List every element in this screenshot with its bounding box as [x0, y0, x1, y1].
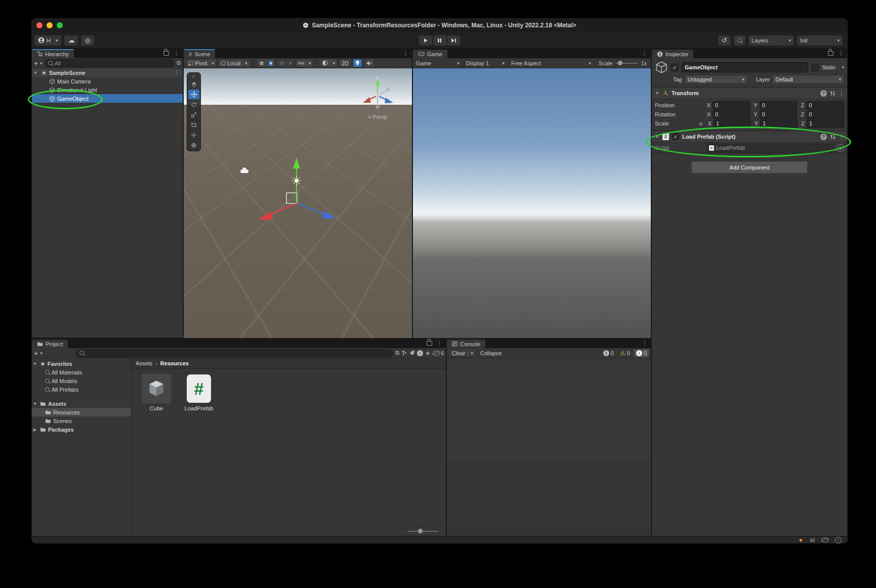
- tree-item-gameobject-selected[interactable]: GameObject: [32, 94, 183, 103]
- enabled-checkbox[interactable]: ✓: [672, 133, 679, 140]
- panel-menu-icon[interactable]: ⋮: [642, 50, 647, 57]
- layers-dropdown[interactable]: Layers ▾: [748, 35, 794, 46]
- hierarchy-search-input[interactable]: All: [45, 59, 175, 67]
- asset-cube[interactable]: Cube: [139, 374, 174, 411]
- console-message-icon[interactable]: ✉: [810, 537, 815, 544]
- scene-viewport[interactable]: ≡: [184, 68, 412, 339]
- lock-icon[interactable]: [828, 51, 833, 56]
- info-filter-badge[interactable]: ! 0: [601, 349, 616, 357]
- scale-z-field[interactable]: 1: [807, 119, 844, 128]
- tree-favorites[interactable]: ▼ ★ Favorites: [32, 359, 131, 368]
- panel-menu-icon[interactable]: ⋮: [403, 50, 408, 57]
- rotation-y-field[interactable]: 0: [760, 110, 798, 119]
- position-x-field[interactable]: 0: [713, 101, 750, 110]
- error-filter-badge[interactable]: ! 0: [634, 349, 649, 357]
- script-object-field[interactable]: # LoadPrefab: [706, 144, 833, 152]
- chevron-down-icon[interactable]: ▾: [40, 351, 43, 356]
- account-button[interactable]: H ▾: [34, 35, 61, 46]
- search-by-type-icon[interactable]: [401, 350, 407, 356]
- tree-all-materials[interactable]: All Materials: [32, 368, 131, 376]
- tab-hierarchy[interactable]: Hierarchy: [32, 50, 74, 58]
- tree-scenes[interactable]: Scenes: [32, 416, 131, 425]
- asset-loadprefab-script[interactable]: # LoadPrefab: [181, 374, 217, 411]
- services-button[interactable]: ◎: [81, 35, 94, 46]
- open-in-new-icon[interactable]: ⧉: [395, 350, 399, 356]
- layer-dropdown[interactable]: Default▾: [772, 75, 844, 84]
- scale-y-field[interactable]: 1: [760, 119, 798, 128]
- panel-menu-icon[interactable]: ⋮: [437, 340, 442, 347]
- help-icon[interactable]: ?: [820, 134, 827, 140]
- add-component-button[interactable]: Add Component: [691, 161, 808, 174]
- custom-tool[interactable]: [188, 140, 199, 150]
- scale-tool[interactable]: [188, 110, 199, 119]
- global-search-button[interactable]: [734, 35, 745, 46]
- create-button[interactable]: +: [34, 59, 38, 67]
- hidden-packages-toggle[interactable]: 6: [433, 350, 444, 356]
- panel-menu-icon[interactable]: ⋮: [838, 50, 844, 57]
- transform-header[interactable]: ▼ Transform ? ⋮: [652, 88, 847, 99]
- view-hand-tool[interactable]: [188, 79, 199, 89]
- layout-dropdown[interactable]: Init ▾: [797, 35, 843, 46]
- rotation-x-field[interactable]: 0: [713, 110, 750, 119]
- move-gizmo[interactable]: [243, 149, 355, 230]
- lock-icon[interactable]: [427, 341, 432, 346]
- component-menu-icon[interactable]: ⋮: [839, 134, 844, 140]
- link-scale-icon[interactable]: ⌀: [697, 120, 704, 127]
- tab-project[interactable]: Project: [32, 340, 68, 348]
- palette-drag-handle[interactable]: ≡: [192, 74, 195, 79]
- tree-assets[interactable]: ▼ Assets: [32, 399, 131, 408]
- tree-item-main-camera[interactable]: Main Camera: [32, 77, 183, 86]
- tree-packages[interactable]: ▶ Packages: [32, 425, 131, 434]
- play-button[interactable]: [419, 35, 432, 46]
- local-toggle[interactable]: Local▾: [218, 59, 250, 67]
- help-icon[interactable]: ?: [820, 90, 827, 97]
- load-prefab-header[interactable]: ▼ # ✓ Load Prefab (Script) ? ⋮: [652, 131, 847, 143]
- foldout-icon[interactable]: ▼: [32, 70, 39, 75]
- minimize-button[interactable]: [47, 22, 53, 28]
- rect-tool[interactable]: [188, 120, 199, 130]
- lock-icon[interactable]: [163, 51, 169, 56]
- foldout-icon[interactable]: ▼: [655, 91, 659, 96]
- static-dropdown-icon[interactable]: ▾: [842, 65, 844, 70]
- step-button[interactable]: [447, 35, 461, 46]
- display-number-dropdown[interactable]: Display 1▾: [463, 58, 508, 68]
- display-target-dropdown[interactable]: Game▾: [413, 58, 463, 68]
- maximize-button[interactable]: [57, 22, 63, 28]
- collapse-button[interactable]: Collapse: [478, 350, 504, 356]
- create-button[interactable]: +: [34, 349, 38, 357]
- tree-all-prefabs[interactable]: All Prefabs: [32, 385, 131, 394]
- rotation-z-field[interactable]: 0: [806, 110, 844, 119]
- orientation-gizmo[interactable]: y < Persp: [354, 73, 401, 120]
- scale-x-field[interactable]: 1: [714, 119, 751, 128]
- pause-button[interactable]: [433, 35, 446, 46]
- presets-icon[interactable]: [830, 91, 836, 96]
- chevron-down-icon[interactable]: ▾: [40, 61, 43, 66]
- console-log-area[interactable]: [447, 358, 651, 536]
- position-y-field[interactable]: 0: [760, 101, 798, 110]
- grid-snap-menu[interactable]: ▾: [269, 61, 273, 66]
- close-button[interactable]: [36, 22, 43, 28]
- gameobject-big-icon[interactable]: [655, 61, 668, 74]
- tree-item-scene[interactable]: ▼ SampleScene ⋮: [32, 68, 183, 77]
- name-field[interactable]: GameObject: [682, 62, 808, 72]
- warning-filter-badge[interactable]: ⚠ 0: [618, 349, 632, 357]
- object-picker-icon[interactable]: ◉: [837, 144, 844, 152]
- tree-all-models[interactable]: All Models: [32, 376, 131, 385]
- move-tool-selected[interactable]: [188, 90, 199, 99]
- breadcrumb-resources[interactable]: Resources: [160, 360, 189, 366]
- aspect-ratio-dropdown[interactable]: Free Aspect▾: [508, 58, 595, 68]
- background-tasks-icon[interactable]: ✓: [835, 537, 842, 543]
- game-viewport[interactable]: [413, 68, 651, 339]
- foldout-icon[interactable]: ▼: [655, 134, 659, 139]
- lighting-toggle[interactable]: [353, 59, 362, 67]
- tab-scene[interactable]: # Scene: [184, 50, 215, 58]
- thumbnail-size-slider[interactable]: [407, 531, 439, 532]
- tree-item-directional-light[interactable]: Directional Light: [32, 86, 183, 94]
- hidden-visibility-icon[interactable]: [821, 537, 828, 543]
- panel-menu-icon[interactable]: ⋮: [174, 50, 179, 57]
- scene-menu-icon[interactable]: ⋮: [174, 69, 180, 76]
- presets-icon[interactable]: [830, 134, 836, 140]
- clear-button[interactable]: Clear | ▾: [449, 349, 476, 357]
- clear-dropdown-icon[interactable]: ▾: [471, 351, 473, 356]
- 2d-toggle[interactable]: 2D: [339, 59, 351, 67]
